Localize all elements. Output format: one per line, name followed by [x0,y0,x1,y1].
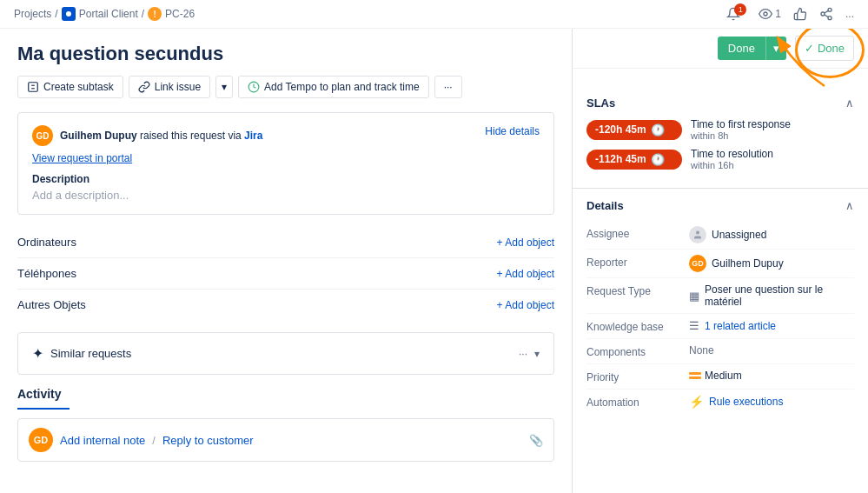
detail-key-automation: Automation [586,395,682,409]
toolbar: Create subtask Link issue ▾ Add Tempo to… [17,76,554,98]
user-initials: GD [36,131,50,141]
svg-point-0 [66,11,71,17]
description-placeholder[interactable]: Add a description... [32,189,540,202]
sla-item-0: -120h 45m 🕐 Time to first response withi… [586,118,854,141]
similar-expand-button[interactable]: ▾ [534,348,540,360]
sla-label-1: Time to resolution [691,148,773,160]
knowledge-base-value[interactable]: 1 related article [705,320,776,332]
checkmark-icon: ✓ [805,42,814,55]
issue-link[interactable]: PC-26 [165,8,195,20]
add-object-0[interactable]: + Add object [497,237,554,249]
reply-to-customer-link[interactable]: Reply to customer [162,434,254,447]
detail-key-assignee: Assignee [586,226,682,240]
done-status-text: Done [818,42,845,55]
like-button[interactable] [793,7,807,21]
svg-point-3 [828,8,832,11]
link-issue-label: Link issue [155,81,201,93]
svg-point-2 [764,12,767,16]
activity-section: Activity GD Add internal note / Reply to… [17,387,554,462]
automation-value[interactable]: Rule executions [709,396,783,408]
status-header: Done ▾ ✓ Done [573,29,868,69]
field-label-0: Ordinateurs [17,236,76,249]
field-row-telephones: Téléhpones + Add object [17,258,554,290]
done-dropdown-button[interactable]: ▾ [765,37,786,60]
page-title: Ma question secundus [17,43,554,65]
similar-more-button[interactable]: ··· [519,348,527,360]
jira-icon [62,7,76,21]
details-title: Details [586,199,624,212]
svg-point-4 [821,12,825,16]
bolt-icon: ⚡ [689,395,704,409]
svg-point-13 [696,231,699,235]
detail-row-priority: Priority Medium [586,364,854,390]
svg-line-7 [825,10,829,13]
request-card: GD Guilhem Dupuy raised this request via… [17,112,554,215]
assignee-value: Unassigned [712,229,766,241]
field-label-1: Téléhpones [17,267,76,280]
link-dropdown-button[interactable]: ▾ [215,76,233,98]
more-options-button[interactable]: ... [845,8,854,20]
add-object-2[interactable]: + Add object [497,299,554,311]
right-panel: Done ▾ ✓ Done [573,29,868,493]
field-label-2: Autres Objets [17,298,86,311]
add-internal-note-link[interactable]: Add internal note [60,434,145,447]
notification-bell-button[interactable]: 1 [726,7,746,21]
activity-input-row: GD Add internal note / Reply to customer… [17,418,554,462]
detail-key-components: Components [586,344,682,358]
user-avatar: GD [32,125,53,146]
done-button[interactable]: Done [718,37,765,60]
description-label: Description [32,173,540,185]
breadcrumb-sep2: / [142,8,144,20]
notification-count: 1 [734,3,746,16]
priority-icon [689,372,701,379]
breadcrumb-sep1: / [55,8,57,20]
sla-within-1: within 16h [691,160,773,170]
sla-time-1: -112h 45m [595,153,646,165]
add-tempo-label: Add Tempo to plan and track time [264,81,420,93]
create-subtask-label: Create subtask [43,81,114,93]
sla-badge-1: -112h 45m 🕐 [586,150,682,170]
components-value: None [689,344,714,356]
detail-row-request-type: Request Type ▦ Poser une question sur le… [586,278,854,314]
assignee-avatar [689,226,706,243]
detail-row-components: Components None [586,339,854,364]
hide-details-link[interactable]: Hide details [485,125,540,137]
detail-row-assignee: Assignee Unassigned [586,221,854,250]
raised-text: Guilhem Dupuy raised this request via Ji… [60,130,262,142]
sparkle-icon: ✦ [32,345,43,362]
detail-key-knowledge-base: Knowledge base [586,319,682,333]
sla-chevron[interactable]: ∧ [845,97,854,110]
slash: / [152,434,156,447]
request-type-value: Poser une question sur le matériel [705,283,854,308]
details-section: Details ∧ Assignee Unassigned Reporter [573,189,868,424]
knowledge-base-icon: ☰ [689,319,699,332]
clock-icon-0: 🕐 [651,123,665,137]
create-subtask-button[interactable]: Create subtask [17,76,123,98]
request-type-icon: ▦ [689,290,699,303]
jira-label: Jira [244,130,262,142]
clock-icon-1: 🕐 [651,153,665,166]
warn-icon: ! [148,7,162,21]
share-button[interactable] [819,7,833,21]
similar-requests-card: ✦ Similar requests ··· ▾ [17,332,554,375]
fields-section: Ordinateurs + Add object Téléhpones + Ad… [17,227,554,320]
priority-value: Medium [705,370,742,382]
watch-count: 1 [775,8,781,20]
add-tempo-button[interactable]: Add Tempo to plan and track time [238,76,429,98]
sla-time-0: -120h 45m [595,123,646,136]
view-portal-link[interactable]: View request in portal [32,152,132,164]
attachment-icon: 📎 [529,434,543,447]
projects-link[interactable]: Projects [14,8,51,20]
sla-section: SLAs ∧ -120h 45m 🕐 Time to first respons… [573,86,868,189]
svg-line-6 [825,15,829,17]
sla-item-1: -112h 45m 🕐 Time to resolution within 16… [586,148,854,170]
link-issue-button[interactable]: Link issue [129,76,210,98]
details-chevron[interactable]: ∧ [845,199,854,212]
toolbar-more-button[interactable]: ··· [434,76,462,98]
portail-client-link[interactable]: Portail Client [79,8,138,20]
activity-avatar: GD [29,428,53,452]
sla-badge-0: -120h 45m 🕐 [586,120,682,140]
watch-button[interactable]: 1 [759,7,781,21]
svg-rect-8 [29,83,38,92]
add-object-1[interactable]: + Add object [497,268,554,280]
